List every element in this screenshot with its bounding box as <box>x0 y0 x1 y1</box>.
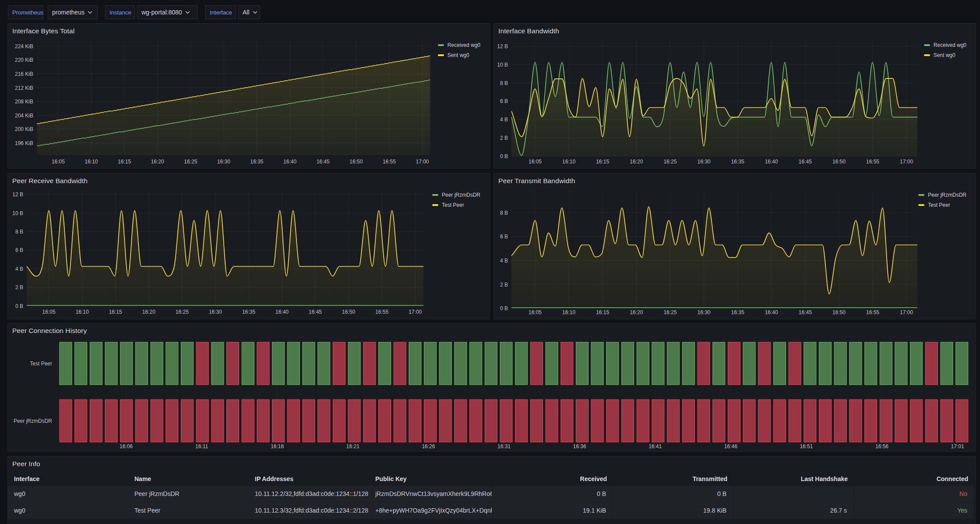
svg-text:16:56: 16:56 <box>875 443 888 450</box>
svg-text:16:40: 16:40 <box>765 309 778 315</box>
svg-text:Test Peer: Test Peer <box>30 361 52 367</box>
svg-text:4 B: 4 B <box>500 117 508 123</box>
svg-text:16:50: 16:50 <box>832 309 846 315</box>
svg-text:16:25: 16:25 <box>663 159 677 165</box>
svg-text:16:55: 16:55 <box>383 159 396 165</box>
svg-text:16:15: 16:15 <box>596 309 609 315</box>
svg-text:16:51: 16:51 <box>800 443 813 450</box>
svg-text:16:35: 16:35 <box>250 159 263 165</box>
svg-text:224 KiB: 224 KiB <box>15 43 33 50</box>
svg-text:16:30: 16:30 <box>697 159 710 165</box>
svg-text:16:20: 16:20 <box>630 309 643 315</box>
svg-text:208 KiB: 208 KiB <box>15 99 33 105</box>
svg-text:16:45: 16:45 <box>799 309 812 315</box>
svg-text:4 B: 4 B <box>15 266 23 272</box>
svg-text:12 B: 12 B <box>12 191 23 198</box>
svg-text:0 B: 0 B <box>500 153 508 159</box>
svg-text:196 KiB: 196 KiB <box>15 140 33 146</box>
svg-text:Peer jRzmDsDR: Peer jRzmDsDR <box>14 418 52 424</box>
svg-text:2 B: 2 B <box>500 282 508 288</box>
svg-text:16:06: 16:06 <box>120 443 133 450</box>
svg-text:16:30: 16:30 <box>697 309 710 315</box>
svg-text:16:15: 16:15 <box>596 159 609 165</box>
svg-text:10 B: 10 B <box>12 210 23 216</box>
svg-text:220 KiB: 220 KiB <box>15 57 33 63</box>
svg-text:16:45: 16:45 <box>309 309 322 315</box>
svg-text:16:20: 16:20 <box>142 309 155 315</box>
svg-text:16:30: 16:30 <box>217 159 230 165</box>
svg-text:200 KiB: 200 KiB <box>15 126 33 132</box>
svg-text:16:45: 16:45 <box>317 159 330 165</box>
svg-text:16:16: 16:16 <box>271 443 284 450</box>
svg-text:2 B: 2 B <box>15 284 23 290</box>
svg-text:16:10: 16:10 <box>562 309 575 315</box>
svg-text:16:10: 16:10 <box>76 309 89 315</box>
svg-text:212 KiB: 212 KiB <box>15 85 33 91</box>
svg-text:16:50: 16:50 <box>342 309 355 315</box>
svg-text:16:26: 16:26 <box>422 443 435 450</box>
svg-text:16:05: 16:05 <box>52 159 65 165</box>
svg-text:16:05: 16:05 <box>42 309 56 315</box>
svg-text:16:25: 16:25 <box>176 309 189 315</box>
svg-text:17:00: 17:00 <box>409 309 422 315</box>
svg-text:16:25: 16:25 <box>663 309 677 315</box>
svg-text:16:35: 16:35 <box>731 159 744 165</box>
svg-text:0 B: 0 B <box>15 303 23 309</box>
svg-text:16:15: 16:15 <box>118 159 131 165</box>
svg-text:16:10: 16:10 <box>85 159 98 165</box>
svg-text:17:00: 17:00 <box>900 159 913 165</box>
svg-text:16:40: 16:40 <box>765 159 778 165</box>
svg-text:16:35: 16:35 <box>242 309 255 315</box>
svg-text:16:40: 16:40 <box>283 159 296 165</box>
svg-text:0 B: 0 B <box>500 305 508 312</box>
svg-text:8 B: 8 B <box>500 210 508 216</box>
svg-text:16:10: 16:10 <box>562 159 575 165</box>
svg-text:16:21: 16:21 <box>346 443 360 450</box>
svg-text:6 B: 6 B <box>15 247 23 253</box>
svg-text:204 KiB: 204 KiB <box>15 113 33 119</box>
svg-text:6 B: 6 B <box>500 234 508 240</box>
svg-text:16:35: 16:35 <box>731 309 744 315</box>
svg-text:2 B: 2 B <box>500 135 508 141</box>
svg-text:17:00: 17:00 <box>416 159 429 165</box>
svg-text:16:31: 16:31 <box>497 443 511 450</box>
svg-text:16:05: 16:05 <box>529 159 542 165</box>
svg-text:16:55: 16:55 <box>866 309 879 315</box>
svg-text:6 B: 6 B <box>500 98 508 104</box>
svg-text:16:15: 16:15 <box>109 309 122 315</box>
svg-text:16:41: 16:41 <box>649 443 662 450</box>
svg-text:8 B: 8 B <box>15 229 23 235</box>
svg-text:16:25: 16:25 <box>184 159 197 165</box>
svg-text:17:00: 17:00 <box>900 309 913 315</box>
svg-text:16:36: 16:36 <box>573 443 586 450</box>
svg-text:216 KiB: 216 KiB <box>15 71 33 77</box>
svg-text:16:46: 16:46 <box>724 443 737 450</box>
svg-text:12 B: 12 B <box>497 43 508 50</box>
svg-text:16:45: 16:45 <box>799 159 812 165</box>
svg-text:10 B: 10 B <box>497 62 508 68</box>
svg-text:16:40: 16:40 <box>275 309 289 315</box>
svg-text:16:11: 16:11 <box>195 443 208 450</box>
svg-text:17:01: 17:01 <box>951 443 964 450</box>
svg-text:16:50: 16:50 <box>832 159 846 165</box>
svg-text:16:55: 16:55 <box>866 159 879 165</box>
svg-text:16:05: 16:05 <box>529 309 542 315</box>
svg-text:4 B: 4 B <box>500 258 508 264</box>
svg-text:16:20: 16:20 <box>151 159 164 165</box>
svg-text:16:50: 16:50 <box>349 159 363 165</box>
svg-text:8 B: 8 B <box>500 80 508 86</box>
svg-text:16:30: 16:30 <box>209 309 222 315</box>
svg-text:16:55: 16:55 <box>375 309 388 315</box>
svg-text:16:20: 16:20 <box>630 159 643 165</box>
